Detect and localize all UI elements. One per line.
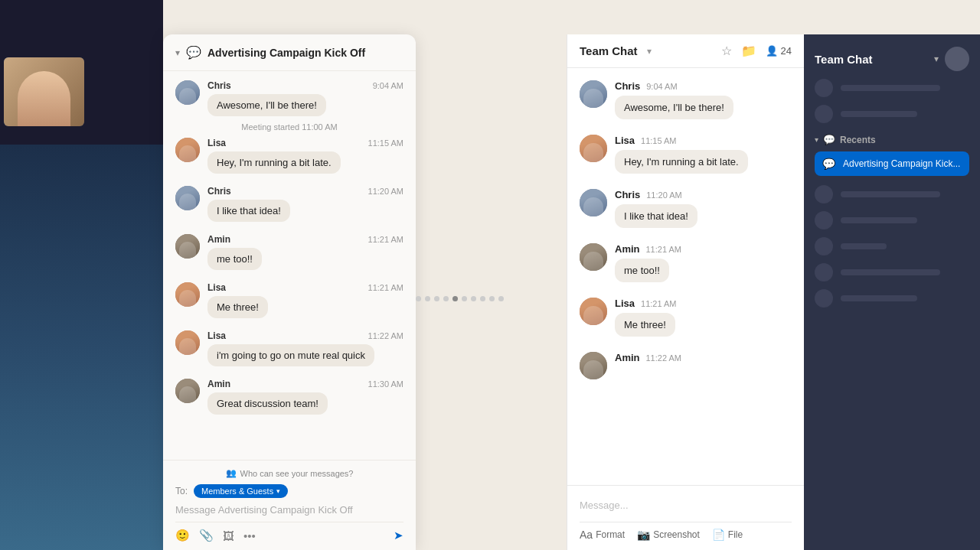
- right-message-content: Amin 11:21 AM me too!!: [615, 243, 792, 282]
- right-bubble: Hey, I'm running a bit late.: [615, 150, 748, 174]
- sidebar-chevron-icon[interactable]: ▾: [934, 54, 939, 64]
- to-row: To: Members & Guests ▾: [175, 484, 403, 498]
- carousel-dot[interactable]: [489, 296, 495, 301]
- skeleton-row: [815, 289, 969, 308]
- message-row: Chris 9:04 AM Awesome, I'll be there!: [175, 80, 403, 116]
- star-icon[interactable]: ☆: [721, 44, 732, 58]
- carousel-dot[interactable]: [416, 296, 421, 301]
- recent-chat-item[interactable]: 💬 Advertising Campaign Kick...: [815, 151, 969, 176]
- avatar-amin: [175, 379, 200, 403]
- message-content: Lisa 11:15 AM Hey, I'm running a bit lat…: [207, 138, 403, 174]
- carousel-dot[interactable]: [443, 296, 449, 301]
- skeleton-line: [841, 191, 940, 197]
- right-time: 11:21 AM: [641, 299, 676, 308]
- team-chat-chevron-icon[interactable]: ▾: [647, 46, 652, 57]
- right-footer-toolbar: Aa Format 📷 Screenshot 📄 File: [580, 522, 792, 541]
- avatar-lisa: [175, 330, 200, 355]
- chat-panel-chevron[interactable]: ▾: [175, 47, 180, 58]
- skeleton-line: [841, 243, 887, 249]
- message-time: 11:15 AM: [368, 138, 403, 148]
- skeleton-line: [841, 269, 940, 275]
- carousel-dot[interactable]: [480, 296, 485, 301]
- right-header-icons: ☆ 📁 👤 24: [721, 44, 792, 58]
- recipients-text: Members & Guests: [201, 487, 273, 496]
- sidebar-more-skeleton: [804, 185, 980, 308]
- message-bubble: Me three!: [207, 296, 268, 318]
- chat-header: ▾ 💬 Advertising Campaign Kick Off: [163, 34, 416, 71]
- who-can-see-row[interactable]: 👥 Who can see your messages?: [175, 468, 403, 478]
- right-avatar-lisa: [580, 298, 607, 325]
- format-label: Format: [596, 529, 625, 540]
- message-bubble: me too!!: [207, 248, 262, 270]
- right-avatar-amin: [580, 352, 607, 379]
- file-button[interactable]: 📄 File: [712, 529, 743, 541]
- emoji-icon[interactable]: 🙂: [175, 529, 190, 542]
- left-chat-panel: ▾ 💬 Advertising Campaign Kick Off Chris …: [163, 34, 416, 550]
- message-time: 11:21 AM: [368, 235, 403, 244]
- carousel-dot[interactable]: [434, 296, 439, 301]
- sidebar-user-avatar: [945, 47, 969, 71]
- member-count-value: 24: [781, 45, 792, 57]
- carousel-dot[interactable]: [462, 296, 467, 301]
- right-sender: Amin: [615, 352, 640, 363]
- skeleton-row: [815, 211, 969, 229]
- message-content: Chris 11:20 AM I like that idea!: [207, 186, 403, 222]
- skeleton-row: [815, 237, 969, 255]
- message-sender: Lisa: [207, 282, 226, 293]
- message-time: 9:04 AM: [373, 81, 403, 90]
- message-bubble: i'm going to go on mute real quick: [207, 344, 374, 366]
- right-message-row: Lisa 11:21 AM Me three!: [580, 298, 792, 337]
- skeleton-line: [841, 85, 940, 91]
- more-icon[interactable]: •••: [243, 529, 256, 542]
- right-message-content: Chris 9:04 AM Awesome, I'll be there!: [615, 80, 792, 119]
- right-message-row: Lisa 11:15 AM Hey, I'm running a bit lat…: [580, 135, 792, 174]
- skeleton-circle: [815, 185, 833, 203]
- right-time: 11:21 AM: [646, 245, 681, 254]
- right-time: 11:22 AM: [646, 353, 681, 363]
- right-chat-title: Team Chat: [580, 44, 638, 57]
- video-thumbnail: [4, 57, 84, 126]
- message-input[interactable]: Message Advertising Campaign Kick Off: [175, 504, 403, 516]
- right-message-row: Chris 11:20 AM I like that idea!: [580, 189, 792, 228]
- message-content: Amin 11:21 AM me too!!: [207, 234, 403, 270]
- system-message: Meeting started 11:00 AM: [175, 122, 403, 132]
- screenshot-button[interactable]: 📷 Screenshot: [637, 529, 700, 541]
- message-sender: Chris: [207, 80, 231, 91]
- chat-icon: 💬: [186, 45, 201, 60]
- carousel-dot[interactable]: [498, 296, 504, 301]
- video-panel: [0, 0, 163, 550]
- carousel-dot[interactable]: [471, 296, 476, 301]
- send-icon[interactable]: ➤: [394, 529, 403, 542]
- right-message-content: Lisa 11:21 AM Me three!: [615, 298, 792, 337]
- avatar-chris: [175, 186, 200, 210]
- message-sender: Lisa: [207, 330, 226, 341]
- message-row: Amin 11:30 AM Great discussion team!: [175, 379, 403, 415]
- recent-item-text: Advertising Campaign Kick...: [843, 158, 960, 169]
- right-message-input[interactable]: Message...: [580, 495, 792, 516]
- folder-icon[interactable]: 📁: [741, 44, 756, 58]
- format-button[interactable]: Aa Format: [580, 529, 625, 541]
- message-bubble: Awesome, I'll be there!: [207, 94, 326, 116]
- attachment-icon[interactable]: 📎: [199, 529, 214, 542]
- dropdown-arrow-icon: ▾: [276, 487, 280, 495]
- right-avatar-chris: [580, 80, 607, 108]
- avatar-chris: [175, 80, 200, 105]
- message-content: Lisa 11:22 AM i'm going to go on mute re…: [207, 330, 403, 366]
- skeleton-line: [841, 111, 917, 117]
- message-time: 11:22 AM: [368, 331, 403, 340]
- recipients-badge[interactable]: Members & Guests ▾: [194, 484, 288, 498]
- message-row: Amin 11:21 AM me too!!: [175, 234, 403, 270]
- recents-chevron-icon[interactable]: ▾: [815, 135, 818, 144]
- avatar-lisa: [175, 138, 200, 162]
- recents-chat-icon: 💬: [823, 134, 835, 145]
- right-avatar-lisa: [580, 135, 607, 162]
- skeleton-circle: [815, 211, 833, 229]
- carousel-dot-active[interactable]: [452, 296, 458, 301]
- carousel-dot[interactable]: [425, 296, 430, 301]
- image-icon[interactable]: 🖼: [223, 529, 234, 542]
- member-count[interactable]: 👤 24: [766, 45, 792, 57]
- chat-toolbar: 🙂 📎 🖼 ••• ➤: [175, 522, 403, 542]
- message-row: Lisa 11:21 AM Me three!: [175, 282, 403, 318]
- right-bubble: Me three!: [615, 313, 675, 337]
- right-chat-panel: Team Chat ▾ ☆ 📁 👤 24 Chris 9:04 AM Aweso…: [567, 34, 804, 550]
